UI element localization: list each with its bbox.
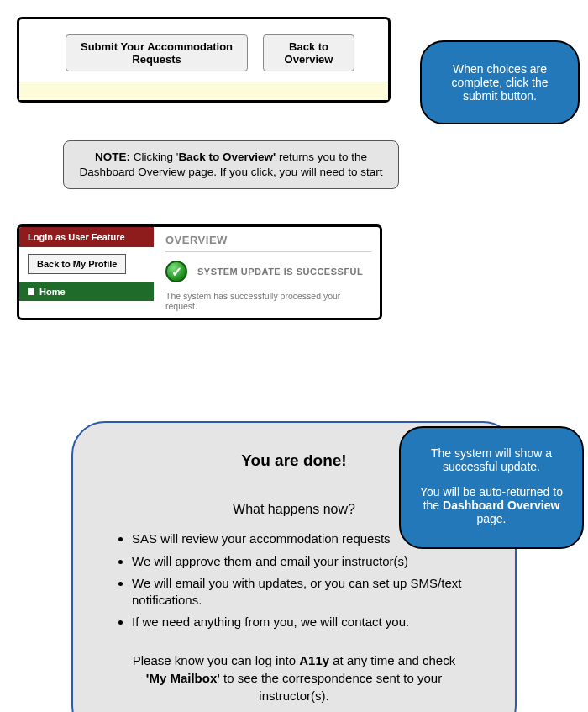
callout-update-line1: The system will show a successful update… <box>412 446 570 473</box>
list-item: We will approve them and email your inst… <box>132 553 478 570</box>
list-item: We will email you with updates, or you c… <box>132 575 478 609</box>
screenshot-footer-strip <box>19 82 388 100</box>
submit-screenshot: Submit Your Accommodation Requests Back … <box>17 17 391 103</box>
note-mid1: Clicking ' <box>130 150 178 163</box>
callout-update: The system will show a successful update… <box>399 426 584 549</box>
note-prefix: NOTE: <box>95 150 130 163</box>
closing-mid: at any time and check <box>329 653 455 667</box>
submit-accommodation-button[interactable]: Submit Your Accommodation Requests <box>66 34 248 71</box>
system-update-status: SYSTEM UPDATE IS SUCCESSFUL <box>197 266 363 277</box>
callout-update-line2: You will be auto-returned to the Dashboa… <box>412 485 570 525</box>
closing-b1: A11y <box>299 653 329 667</box>
home-icon <box>28 288 34 295</box>
back-overview-button[interactable]: Back to Overview <box>263 34 354 71</box>
home-label: Home <box>39 287 66 297</box>
callout-submit: When choices are complete, click the sub… <box>420 40 580 124</box>
overview-sidebar: Login as User Feature Back to My Profile… <box>19 227 154 318</box>
closing-post: to see the correspondence sent to your i… <box>220 671 442 703</box>
overview-main: OVERVIEW ✓ SYSTEM UPDATE IS SUCCESSFUL T… <box>154 227 380 318</box>
note-bold1: Back to Overview' <box>178 150 276 163</box>
done-closing: Please know you can log into A11y at any… <box>110 651 478 704</box>
overview-screenshot: Login as User Feature Back to My Profile… <box>17 224 382 320</box>
system-update-subtext: The system has successfully processed yo… <box>165 286 371 311</box>
list-item: If we need anything from you, we will co… <box>132 614 478 630</box>
closing-pre: Please know you can log into <box>133 653 299 667</box>
back-profile-button[interactable]: Back to My Profile <box>28 254 126 274</box>
overview-title: OVERVIEW <box>165 230 371 252</box>
callout2-bold: Dashboard Overview <box>443 498 559 512</box>
callout-submit-text: When choices are complete, click the sub… <box>451 62 548 103</box>
closing-b2: 'My Mailbox' <box>146 671 220 685</box>
login-feature-bar: Login as User Feature <box>19 227 154 247</box>
sidebar-item-home[interactable]: Home <box>19 282 154 301</box>
callout2-post: page. <box>476 512 506 525</box>
success-check-icon: ✓ <box>165 261 187 282</box>
note-back-overview: NOTE: Clicking 'Back to Overview' return… <box>63 140 399 189</box>
